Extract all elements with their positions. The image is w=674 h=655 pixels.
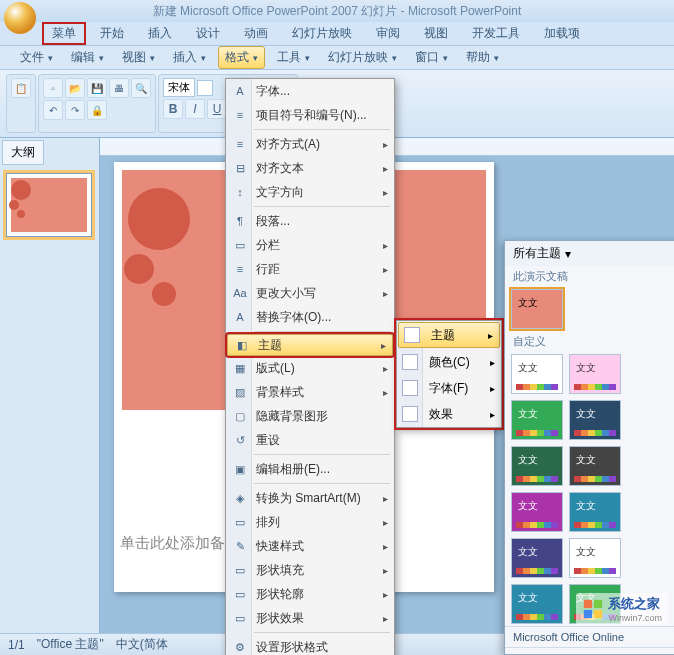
menu-kaishi[interactable]: 开始 — [90, 22, 134, 45]
theme-thumb-current[interactable]: 文文 — [511, 289, 563, 329]
menu-icon: ▦ — [232, 360, 248, 376]
fmt-item-19[interactable]: ▣编辑相册(E)... — [226, 457, 394, 481]
menu-caidan[interactable]: 菜单 — [42, 22, 86, 45]
size-select[interactable] — [197, 80, 213, 96]
sub-item-2[interactable]: 字体(F) — [397, 375, 501, 401]
new-icon[interactable]: ▫ — [43, 78, 63, 98]
menu-jiazai[interactable]: 加载项 — [534, 22, 590, 45]
slide-thumb-1[interactable] — [6, 173, 92, 237]
window-title: 新建 Microsoft Office PowerPoint 2007 幻灯片 … — [153, 3, 522, 20]
theme-thumb-10[interactable]: 文文 — [511, 584, 563, 624]
open-icon[interactable]: 📂 — [65, 78, 85, 98]
perm-icon[interactable]: 🔒 — [87, 100, 107, 120]
chevron-down-icon: ▾ — [565, 247, 571, 261]
fmt-item-16[interactable]: ▢隐藏背景图形 — [226, 404, 394, 428]
watermark: 系统之家 Winwin7.com — [576, 593, 668, 625]
menu-icon: ≡ — [232, 107, 248, 123]
tb-slideshow[interactable]: 幻灯片放映 — [322, 47, 403, 68]
svg-rect-2 — [584, 610, 592, 618]
fmt-item-9[interactable]: ≡行距 — [226, 257, 394, 281]
fmt-item-8[interactable]: ▭分栏 — [226, 233, 394, 257]
fmt-item-14[interactable]: ▦版式(L) — [226, 356, 394, 380]
menu-icon: ▭ — [232, 586, 248, 602]
fmt-item-10[interactable]: Aa更改大小写 — [226, 281, 394, 305]
theme-thumb-8[interactable]: 文文 — [511, 538, 563, 578]
fmt-item-11[interactable]: A替换字体(O)... — [226, 305, 394, 329]
fmt-item-15[interactable]: ▨背景样式 — [226, 380, 394, 404]
menu-icon: ▨ — [232, 384, 248, 400]
fmt-item-24[interactable]: ▭形状填充 — [226, 558, 394, 582]
office-orb-icon[interactable] — [4, 2, 36, 34]
theme-thumb-9[interactable]: 文文 — [569, 538, 621, 578]
status-page: 1/1 — [8, 638, 25, 652]
fmt-item-21[interactable]: ◈转换为 SmartArt(M) — [226, 486, 394, 510]
tb-help[interactable]: 帮助 — [460, 47, 505, 68]
print-icon[interactable]: 🖶 — [109, 78, 129, 98]
notes-placeholder[interactable]: 单击此处添加备 — [120, 534, 225, 553]
save-icon[interactable]: 💾 — [87, 78, 107, 98]
menu-icon: A — [232, 83, 248, 99]
theme-thumb-0[interactable]: 文文 — [511, 354, 563, 394]
fmt-item-28[interactable]: ⚙设置形状格式 — [226, 635, 394, 655]
fmt-item-17[interactable]: ↺重设 — [226, 428, 394, 452]
theme-thumb-6[interactable]: 文文 — [511, 492, 563, 532]
menu-icon: A — [232, 309, 248, 325]
fmt-item-3[interactable]: ≡对齐方式(A) — [226, 132, 394, 156]
tb-edit[interactable]: 编辑 — [65, 47, 110, 68]
sub-item-1[interactable]: 颜色(C) — [397, 349, 501, 375]
redo-icon[interactable]: ↷ — [65, 100, 85, 120]
tb-file[interactable]: 文件 — [14, 47, 59, 68]
submenu-icon — [402, 354, 418, 370]
fmt-item-7[interactable]: ¶段落... — [226, 209, 394, 233]
fmt-item-13[interactable]: ◧主题 — [227, 334, 393, 356]
fmt-item-23[interactable]: ✎快速样式 — [226, 534, 394, 558]
tb-view[interactable]: 视图 — [116, 47, 161, 68]
theme-thumb-3[interactable]: 文文 — [569, 400, 621, 440]
menu-shenyue[interactable]: 审阅 — [366, 22, 410, 45]
sub-item-0[interactable]: 主题 — [398, 322, 500, 348]
menu-icon: ◧ — [234, 337, 250, 353]
fmt-item-26[interactable]: ▭形状效果 — [226, 606, 394, 630]
fmt-item-1[interactable]: ≡项目符号和编号(N)... — [226, 103, 394, 127]
paste-icon[interactable]: 📋 — [11, 78, 31, 98]
menu-charu[interactable]: 插入 — [138, 22, 182, 45]
undo-icon[interactable]: ↶ — [43, 100, 63, 120]
status-theme: "Office 主题" — [37, 636, 104, 653]
underline-icon[interactable]: U — [207, 99, 227, 119]
fmt-item-4[interactable]: ⊟对齐文本 — [226, 156, 394, 180]
format-menu: A字体...≡项目符号和编号(N)...≡对齐方式(A)⊟对齐文本↕文字方向¶段… — [225, 78, 395, 655]
fmt-item-0[interactable]: A字体... — [226, 79, 394, 103]
theme-thumb-1[interactable]: 文文 — [569, 354, 621, 394]
theme-thumb-7[interactable]: 文文 — [569, 492, 621, 532]
tb-format[interactable]: 格式 — [218, 46, 265, 69]
menu-icon: ⚙ — [232, 639, 248, 655]
menu-icon: ▭ — [232, 237, 248, 253]
fmt-item-25[interactable]: ▭形状轮廓 — [226, 582, 394, 606]
gallery-header[interactable]: 所有主题 — [513, 245, 561, 262]
menu-donghua[interactable]: 动画 — [234, 22, 278, 45]
menu-fangyingfangying[interactable]: 幻灯片放映 — [282, 22, 362, 45]
fmt-item-22[interactable]: ▭排列 — [226, 510, 394, 534]
menu-sheji[interactable]: 设计 — [186, 22, 230, 45]
menubar: 菜单 开始 插入 设计 动画 幻灯片放映 审阅 视图 开发工具 加载项 — [0, 22, 674, 46]
menu-icon: ▭ — [232, 514, 248, 530]
theme-thumb-4[interactable]: 文文 — [511, 446, 563, 486]
tb-window[interactable]: 窗口 — [409, 47, 454, 68]
outline-tab[interactable]: 大纲 — [2, 140, 44, 165]
gallery-section-current: 此演示文稿 — [505, 266, 674, 287]
theme-thumb-5[interactable]: 文文 — [569, 446, 621, 486]
gallery-office-online[interactable]: Microsoft Office Online — [505, 626, 674, 647]
italic-icon[interactable]: I — [185, 99, 205, 119]
sub-item-3[interactable]: 效果 — [397, 401, 501, 427]
tb-insert[interactable]: 插入 — [167, 47, 212, 68]
theme-thumb-2[interactable]: 文文 — [511, 400, 563, 440]
menu-icon: ◈ — [232, 490, 248, 506]
menu-kaifa[interactable]: 开发工具 — [462, 22, 530, 45]
bold-icon[interactable]: B — [163, 99, 183, 119]
font-select[interactable]: 宋体 — [163, 78, 195, 97]
tb-tools[interactable]: 工具 — [271, 47, 316, 68]
menu-shitu[interactable]: 视图 — [414, 22, 458, 45]
preview-icon[interactable]: 🔍 — [131, 78, 151, 98]
fmt-item-5[interactable]: ↕文字方向 — [226, 180, 394, 204]
gallery-browse[interactable]: 浏览主题... — [505, 647, 674, 655]
